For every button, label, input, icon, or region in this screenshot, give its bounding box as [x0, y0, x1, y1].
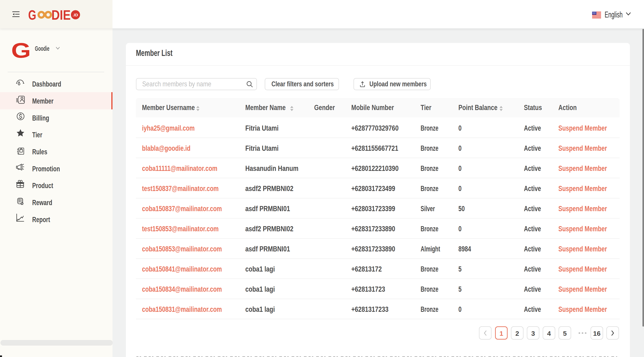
- svg-text:.ID: .ID: [73, 13, 78, 17]
- svg-text:G: G: [12, 42, 31, 60]
- svg-text:G: G: [28, 10, 36, 22]
- svg-text:DIE: DIE: [52, 10, 71, 22]
